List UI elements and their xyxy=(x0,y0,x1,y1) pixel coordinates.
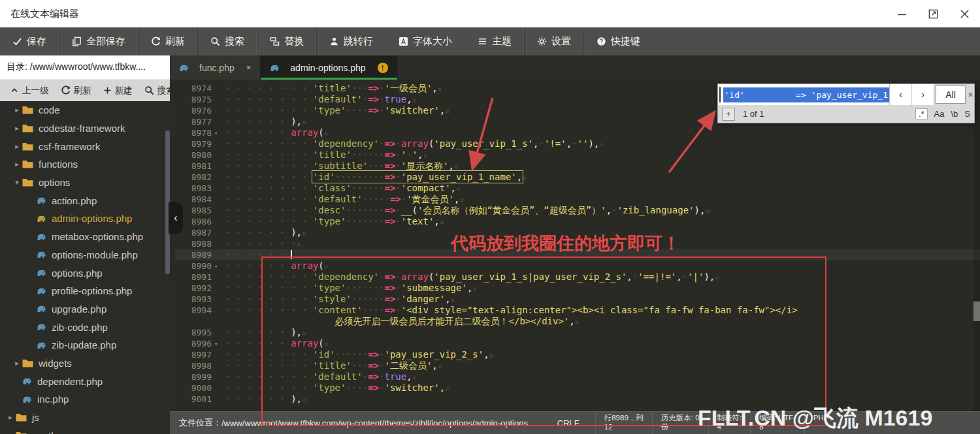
tree-item-label: upgrade.php xyxy=(52,303,106,315)
search-query-input[interactable]: 'id' => 'pay_user_vip_1 xyxy=(718,84,890,105)
folder-icon xyxy=(22,106,33,114)
code-line-8986[interactable]: 8986· · · · · · · · 'type'·······=>·'tex… xyxy=(175,216,980,227)
tree-item-zib-code-php[interactable]: zib-code.php xyxy=(0,318,170,336)
code-token: · xyxy=(395,283,400,293)
close-icon[interactable] xyxy=(958,7,971,20)
code-line-8994[interactable]: 8994· · · · · · · · 'content'····=>·'<di… xyxy=(175,305,980,316)
maximize-icon[interactable] xyxy=(926,7,939,20)
status-cell: 历史版本: 0份 xyxy=(652,412,708,434)
tree-item-js[interactable]: ▸js xyxy=(0,409,170,427)
toolbar-replace-button[interactable]: 替换 xyxy=(257,27,317,55)
code-line-8998[interactable]: 8998· · · · · · · · 'title'···=>·'二级会员',… xyxy=(175,360,980,371)
code-line-8985[interactable]: 8985· · · · · · · · 'desc'·······=>·__('… xyxy=(175,205,980,216)
code-token: · · · · · · xyxy=(225,260,291,271)
code-token: , xyxy=(440,382,445,393)
tree-item-dependent-php[interactable]: dependent.php xyxy=(0,372,170,390)
code-line-8984[interactable]: 8984· · · · · · · · 'default'·····=>·'黄金… xyxy=(175,194,980,205)
find-all-button[interactable]: All xyxy=(936,85,966,104)
code-line-8991[interactable]: 8991· · · · · · · · 'dependency'·=>·arra… xyxy=(175,271,980,283)
code-line-9000[interactable]: 9000· · · · · · · · 'type'····=>·'switch… xyxy=(175,382,980,394)
sidebar-uplevel-button[interactable]: 上一级 xyxy=(5,85,54,97)
toolbar-search-button[interactable]: 搜索 xyxy=(198,27,257,55)
code-line-8993[interactable]: 8993· · · · · · · · 'style'······=>·'dan… xyxy=(175,294,980,305)
close-tab-icon[interactable]: × xyxy=(246,63,252,72)
tree-item-admin-options-php[interactable]: admin-options.php xyxy=(0,209,170,228)
code-token: => xyxy=(384,138,395,149)
code-line-8978[interactable]: 8978▾· · · · · · array(¤ xyxy=(175,127,980,138)
toolbar-fontsize-button[interactable]: 字体大小 xyxy=(386,27,465,55)
tree-item-inc-php[interactable]: inc.php xyxy=(0,390,170,409)
tree-item-functions[interactable]: ▸functions xyxy=(0,155,170,174)
toolbar-theme-button[interactable]: 主题 xyxy=(465,27,525,55)
sidebar-refresh-button[interactable]: 刷新 xyxy=(56,85,96,97)
code-line-8990[interactable]: 8990▾· · · · · · array(¤ xyxy=(175,260,980,271)
code-line-8992[interactable]: 8992· · · · · · · · 'type'·······=>·'sub… xyxy=(175,283,980,294)
editor-scrollbar[interactable] xyxy=(973,80,980,411)
find-next-button[interactable]: › xyxy=(912,84,934,105)
search-option-word[interactable]: \b xyxy=(951,109,958,119)
code-token: => xyxy=(368,360,379,371)
code-line-8980[interactable]: 8980· · · · · · · · 'title'······=>·'·',… xyxy=(175,149,980,161)
code-line-8996[interactable]: 8996▾· · · · · · array(¤ xyxy=(175,338,980,349)
sidebar-collapse-handle[interactable]: ‹ xyxy=(169,202,183,234)
code-token: ···· xyxy=(346,382,368,393)
toolbar-copy-button[interactable]: 全部保存 xyxy=(59,27,139,55)
tree-item-action-php[interactable]: action.php xyxy=(0,191,170,209)
sidebar-plus-button[interactable]: 新建 xyxy=(99,85,137,97)
code-line-8997[interactable]: 8997· · · · · · · · 'id'······=>·'pay_us… xyxy=(175,349,980,360)
tree-item-upgrade-php[interactable]: upgrade.php xyxy=(0,300,170,318)
fold-arrow-icon[interactable]: ▾ xyxy=(214,339,225,350)
tree-item-widgets[interactable]: ▸widgets xyxy=(0,354,170,373)
fold-arrow-icon[interactable]: ▾ xyxy=(214,128,225,139)
code-line-8982[interactable]: 8982· · · · · · · · 'id'·········=>·'pay… xyxy=(175,172,980,183)
tree-item-options-module-php[interactable]: options-module.php xyxy=(0,246,170,264)
code-line-9001[interactable]: 9001· · · · · · ),¤ xyxy=(175,394,980,405)
tree-item-metabox-options-php[interactable]: metabox-options.php xyxy=(0,228,170,246)
status-cell: PHP xyxy=(804,412,838,434)
php-file-icon xyxy=(37,215,46,223)
code-token: 'default' xyxy=(313,94,363,104)
code-token: ), xyxy=(588,138,599,149)
code-line-8979[interactable]: 8979· · · · · · · · 'dependency'·=>·arra… xyxy=(175,138,980,149)
code-token: ¤ xyxy=(445,384,449,393)
toolbar-help-button[interactable]: 快捷键 xyxy=(584,27,653,55)
code-line-8981[interactable]: 8981· · · · · · · · 'subtitle'···=>·'显示名… xyxy=(175,161,980,172)
search-add-button[interactable]: + xyxy=(722,108,735,121)
toolbar-person-button[interactable]: 跳转行 xyxy=(317,27,386,55)
tree-item-oauth[interactable]: ▸oauth xyxy=(0,426,170,434)
toolbar-refresh-button[interactable]: 刷新 xyxy=(139,27,198,55)
code-token: · · · · · · xyxy=(225,394,291,404)
find-previous-button[interactable]: ‹ xyxy=(890,84,912,105)
tree-arrow-icon: ▾ xyxy=(12,178,22,187)
code-token: , xyxy=(406,94,412,104)
search-option-regex[interactable]: .* xyxy=(915,108,928,119)
search-option-case[interactable]: Aa xyxy=(934,109,945,119)
tab-func-php[interactable]: func.php× xyxy=(170,55,261,80)
replace-icon xyxy=(270,37,280,46)
tree-item-csf-framework[interactable]: ▸csf-framework xyxy=(0,137,170,155)
search-close-icon[interactable]: × xyxy=(967,84,974,105)
tab-admin-options-php[interactable]: admin-options.php! xyxy=(261,55,397,80)
code-line-8983[interactable]: 8983· · · · · · · · 'class'······=>·'com… xyxy=(175,183,980,194)
tree-item-codestar-framework[interactable]: ▸codestar-framework xyxy=(0,119,170,138)
code-token: ¤ xyxy=(324,129,329,138)
code-line-8999[interactable]: 8999· · · · · · · · 'default'·=>·true,¤ xyxy=(175,371,980,382)
editor-scrollbar-thumb[interactable] xyxy=(973,302,980,321)
code-token: ¤ xyxy=(522,174,527,182)
tree-item-code[interactable]: ▸code xyxy=(0,101,170,119)
code-line-8995[interactable]: 8995· · · · · · ),¤ xyxy=(175,327,980,338)
tree-item-options[interactable]: ▾options xyxy=(0,174,170,192)
code-token: '' xyxy=(578,138,589,149)
code-line-wrap[interactable]: 必须先开启一级会员后才能开启二级会员！</b></div>',¤ xyxy=(175,316,980,327)
eol-indicator[interactable]: CRLF xyxy=(557,418,580,428)
search-option-selection[interactable]: S xyxy=(964,109,970,119)
tree-item-zib-update-php[interactable]: zib-update.php xyxy=(0,336,170,354)
toolbar-label: 全部保存 xyxy=(86,35,125,48)
status-bar: 文件位置： /www/wwwroot/www.tfbkw.com/wp-cont… xyxy=(170,411,980,434)
tree-item-options-php[interactable]: options.php xyxy=(0,264,170,282)
toolbar-check-button[interactable]: 保存 xyxy=(0,27,59,55)
toolbar-gear-button[interactable]: 设置 xyxy=(525,27,584,55)
minimize-icon[interactable] xyxy=(895,7,908,20)
tree-item-profile-options-php[interactable]: profile-options.php xyxy=(0,282,170,300)
fold-arrow-icon[interactable]: ▾ xyxy=(214,261,225,272)
